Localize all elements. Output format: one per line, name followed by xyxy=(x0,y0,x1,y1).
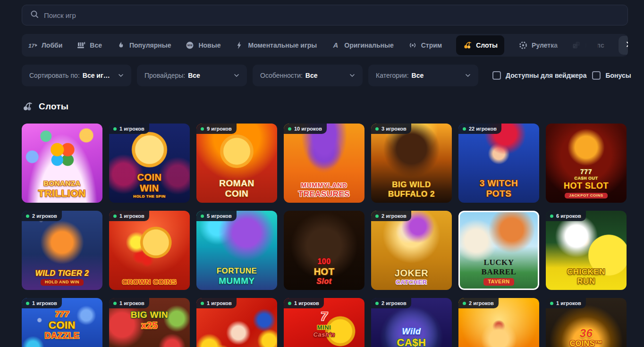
filter-sort-dropdown[interactable]: Сортировать по:Все иг… xyxy=(22,65,131,86)
tab-label: Новые xyxy=(198,41,220,49)
game-tile-joker-bells[interactable]: 1 игроков xyxy=(196,298,277,347)
online-dot xyxy=(288,302,291,305)
tab-all[interactable]: Все xyxy=(76,41,102,50)
filter-providers-dropdown[interactable]: Провайдеры:Все xyxy=(137,65,247,86)
game-title: 100HOTSlot xyxy=(284,258,364,286)
game-title-line: CA$H xyxy=(397,337,426,347)
filter-label: Категории: xyxy=(376,72,409,79)
svg-text:A: A xyxy=(333,41,339,49)
checkbox-wager-available[interactable]: Доступны для вейджера xyxy=(492,71,586,80)
online-dot xyxy=(463,127,466,131)
player-count-text: 1 игроков xyxy=(119,300,144,306)
online-dot xyxy=(463,302,466,305)
game-tile-mummyland-treasures[interactable]: 10 игроковMUMMYLANDTREASURES xyxy=(284,124,364,203)
tab-originals[interactable]: AОригинальные xyxy=(331,41,393,50)
new-badge-icon: NEW xyxy=(185,41,195,50)
game-title: CROWN COINS xyxy=(109,278,190,286)
filter-categories-dropdown[interactable]: Категории:Все xyxy=(368,65,478,86)
checkbox-box[interactable] xyxy=(492,71,501,80)
game-tile-chicken-run[interactable]: 6 игроковCHICKENRUN xyxy=(546,211,627,290)
tab-label: Рулетка xyxy=(532,41,558,49)
tab-stream[interactable]: Стрим xyxy=(408,41,442,50)
category-tabs: 17ЛоббиВсеПопулярныеNEWНовыеМоментальные… xyxy=(22,34,628,57)
game-tile-7-mini-cashn[interactable]: 1 игроков7MINICash'n xyxy=(284,298,364,347)
filter-label: Провайдеры: xyxy=(144,72,185,79)
tab-label: Крэпс xyxy=(585,41,604,49)
tab-lobby[interactable]: 17Лобби xyxy=(28,41,62,50)
online-dot xyxy=(201,215,204,218)
game-title-line: WIN xyxy=(140,183,159,193)
game-tile-wild-cash[interactable]: 2 игроковWildCA$H xyxy=(371,298,452,347)
game-tile-big-win-x25[interactable]: 1 игроковBIG WINx25 xyxy=(109,298,190,347)
game-title-line: HOLD AND WIN xyxy=(41,279,84,286)
game-tile-joker-catcher[interactable]: 2 игроковJOKERCATCHER xyxy=(371,211,452,290)
dice-icon xyxy=(572,41,581,50)
game-tile-100-hot-slot[interactable]: 100HOTSlot xyxy=(284,211,364,290)
player-count-badge: 2 игроков xyxy=(22,211,62,221)
section-title: Слоты xyxy=(39,101,68,112)
tab-popular[interactable]: Популярные xyxy=(116,41,171,50)
game-title: 3 WITCHPOTS xyxy=(458,179,539,198)
game-title: BIG WILDBUFFALO 2 xyxy=(371,181,452,198)
filter-value: Все xyxy=(188,72,200,79)
section-header: Слоты xyxy=(22,101,68,112)
tab-slots[interactable]: Слоты xyxy=(456,35,504,55)
game-title-line: POTS xyxy=(486,189,512,198)
game-title-line: COIN xyxy=(225,189,249,198)
filter-value: Все xyxy=(412,72,424,79)
game-tile-777-cash-out-hot-slot[interactable]: 777CA$H OUTHOT SLOTJACKPOT COINS xyxy=(546,124,627,203)
game-tile-bonanza-trillion[interactable]: BONANZATRILLION xyxy=(22,124,102,203)
game-title-line: 100 xyxy=(317,258,330,266)
player-count-badge: 3 игроков xyxy=(371,124,411,134)
game-tile-golden-piggy[interactable]: 2 игроков xyxy=(458,298,539,347)
game-tile-36-coins[interactable]: 1 игроков36COINS™ xyxy=(546,298,627,347)
game-tile-big-wild-buffalo-2[interactable]: 3 игроковBIG WILDBUFFALO 2 xyxy=(371,124,452,203)
search-input[interactable] xyxy=(44,11,620,19)
game-title-line: CHICKEN xyxy=(567,268,605,276)
game-tile-777-coin-dazzle[interactable]: 1 игроков777COINDAZZLE xyxy=(22,298,102,347)
flame-icon xyxy=(116,41,126,50)
online-dot xyxy=(26,302,29,305)
online-dot xyxy=(550,215,553,218)
player-count-text: 3 игроков xyxy=(381,126,407,132)
game-title-line: JOKER xyxy=(395,268,428,278)
scroll-tabs-right-button[interactable] xyxy=(619,36,628,55)
player-count-text: 5 игроков xyxy=(207,213,232,219)
filter-features-dropdown[interactable]: Особенности:Все xyxy=(253,65,363,86)
game-tile-lucky-barrel-tavern[interactable]: LUCKYBARRELTAVERN xyxy=(458,211,539,290)
game-title-line: BIG WILD xyxy=(392,181,431,189)
game-tile-roman-coin[interactable]: 9 игроковROMANCOIN xyxy=(196,124,277,203)
chevron-down-icon xyxy=(464,72,472,79)
game-title: WILD TIGER 2HOLD AND WIN xyxy=(22,270,102,286)
game-tile-3-witch-pots[interactable]: 22 игроков3 WITCHPOTS xyxy=(458,124,539,203)
game-title: ROMANCOIN xyxy=(196,179,277,198)
game-title-line: MUMMY xyxy=(219,276,254,286)
checkbox-box[interactable] xyxy=(592,71,601,80)
tab-craps[interactable]: Крэпс xyxy=(572,41,604,50)
player-count-badge: 1 игроков xyxy=(109,211,149,221)
player-count-text: 1 игроков xyxy=(294,300,319,306)
game-tile-coin-win[interactable]: 1 игроковCOINWINHOLD THE SPIN xyxy=(109,124,190,203)
game-title: MUMMYLANDTREASURES xyxy=(284,182,364,198)
player-count-text: 1 игроков xyxy=(119,213,144,219)
game-tile-fortune-mummy[interactable]: 5 игроковFORTUNEMUMMY xyxy=(196,211,277,290)
player-count-badge: 6 игроков xyxy=(546,211,586,221)
game-tile-crown-coins[interactable]: 1 игроковCROWN COINS xyxy=(109,211,190,290)
tab-roulette[interactable]: Рулетка xyxy=(518,41,558,50)
online-dot xyxy=(201,127,204,131)
player-count-text: 1 игроков xyxy=(119,126,144,132)
game-tile-wild-tiger-2[interactable]: 2 игроковWILD TIGER 2HOLD AND WIN xyxy=(22,211,102,290)
game-title: 7MINICash'n xyxy=(284,310,364,338)
game-title-line: LUCKY xyxy=(484,258,514,267)
player-count-text: 1 игроков xyxy=(32,300,57,306)
tab-label: Все xyxy=(90,41,102,49)
tab-label: Стрим xyxy=(421,41,442,49)
game-title-line: CATCHER xyxy=(396,279,427,286)
tab-label: Слоты xyxy=(476,41,498,49)
tab-instant[interactable]: Моментальные игры xyxy=(235,41,317,50)
game-title-line: HOT xyxy=(314,267,335,277)
game-title-line: 777 xyxy=(580,168,592,175)
player-count-text: 2 игроков xyxy=(32,213,57,219)
checkbox-bonuses[interactable]: Бонусы xyxy=(592,71,631,80)
tab-new[interactable]: NEWНовые xyxy=(185,41,220,50)
